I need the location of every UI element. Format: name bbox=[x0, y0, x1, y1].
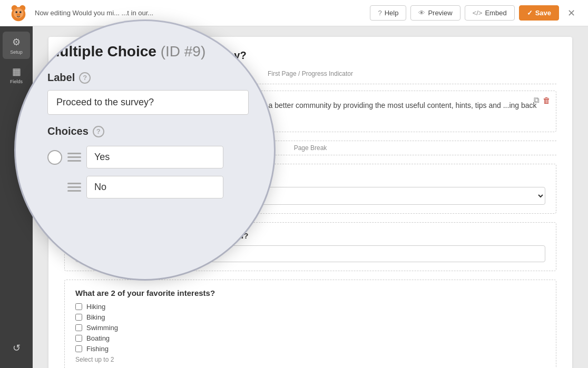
close-button[interactable]: ✕ bbox=[563, 5, 580, 21]
question3-block: What are 2 of your favorite interests? H… bbox=[64, 280, 556, 368]
checkbox-biking-input[interactable] bbox=[75, 314, 82, 321]
intro-block-actions: ⧉ 🗑 bbox=[534, 95, 551, 105]
sidebar-item-history[interactable]: ↺ bbox=[3, 334, 30, 362]
svg-point-6 bbox=[16, 13, 21, 16]
magnifier-choices-row: Choices ? bbox=[47, 125, 249, 137]
eye-icon: 👁 bbox=[418, 9, 425, 17]
checkbox-fishing[interactable]: Fishing bbox=[75, 345, 545, 353]
magnifier-id: (ID #9) bbox=[161, 43, 206, 59]
sidebar-item-fields[interactable]: ▦ Fields bbox=[3, 61, 30, 88]
choices-help-icon[interactable]: ? bbox=[93, 126, 104, 137]
checkbox-boating-input[interactable] bbox=[75, 335, 82, 342]
label-section-title: Label bbox=[47, 72, 75, 84]
help-icon: ? bbox=[378, 9, 381, 17]
checkbox-boating[interactable]: Boating bbox=[75, 334, 545, 342]
choice-drag-no[interactable] bbox=[67, 183, 81, 192]
top-bar: Now editing Would you mi... ...t in our.… bbox=[0, 0, 588, 26]
question3-title: What are 2 of your favorite interests? bbox=[75, 289, 545, 297]
checkbox-swimming-input[interactable] bbox=[75, 324, 82, 331]
checkbox-fishing-input[interactable] bbox=[75, 345, 82, 352]
save-button[interactable]: ✓ Save bbox=[519, 5, 559, 21]
choice-input-yes[interactable] bbox=[86, 146, 223, 168]
embed-button[interactable]: </> Embed bbox=[465, 5, 515, 21]
sidebar-item-setup[interactable]: ⚙ Setup bbox=[3, 32, 30, 59]
magnifier-heading: Multiple Choice (ID #9) bbox=[47, 43, 249, 60]
preview-button[interactable]: 👁 Preview bbox=[410, 5, 460, 21]
label-input[interactable] bbox=[47, 90, 249, 115]
magnifier-label-row: Label ? bbox=[47, 72, 249, 84]
fields-icon: ▦ bbox=[12, 66, 21, 77]
choices-section-title: Choices bbox=[47, 125, 89, 137]
svg-point-4 bbox=[15, 11, 17, 13]
checkbox-biking[interactable]: Biking bbox=[75, 313, 545, 321]
choice-drag-yes[interactable] bbox=[67, 153, 81, 162]
checkbox-hiking-input[interactable] bbox=[75, 303, 82, 310]
editing-title: Now editing Would you mi... ...t in our.… bbox=[35, 9, 370, 17]
copy-block-button[interactable]: ⧉ bbox=[534, 95, 540, 105]
svg-point-5 bbox=[19, 11, 22, 13]
checkmark-icon: ✓ bbox=[527, 9, 533, 17]
logo-icon bbox=[8, 3, 28, 23]
top-bar-actions: ? Help 👁 Preview </> Embed ✓ Save ✕ bbox=[370, 5, 580, 21]
choice-radio-yes[interactable] bbox=[47, 150, 62, 165]
history-icon: ↺ bbox=[13, 342, 21, 354]
checkbox-group: Hiking Biking Swimming Boating Fishing bbox=[75, 303, 545, 353]
label-help-icon[interactable]: ? bbox=[79, 72, 91, 84]
choice-input-no[interactable] bbox=[86, 176, 223, 198]
delete-block-button[interactable]: 🗑 bbox=[543, 95, 551, 105]
checkbox-swimming[interactable]: Swimming bbox=[75, 324, 545, 332]
choice-row-no bbox=[47, 176, 249, 198]
choice-row-yes bbox=[47, 146, 249, 168]
select-up-to-label: Select up to 2 bbox=[75, 356, 545, 363]
setup-icon: ⚙ bbox=[12, 36, 21, 48]
checkbox-hiking[interactable]: Hiking bbox=[75, 303, 545, 311]
code-icon: </> bbox=[473, 9, 483, 17]
help-button[interactable]: ? Help bbox=[370, 5, 406, 21]
magnifier-overlay: Multiple Choice (ID #9) Label ? Choices … bbox=[16, 21, 274, 279]
